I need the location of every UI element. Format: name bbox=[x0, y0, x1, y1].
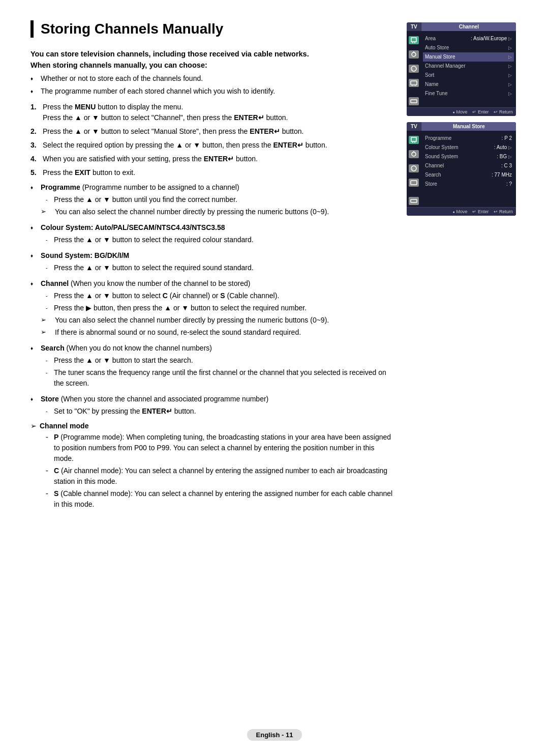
footer-enter-2: ↵ Enter bbox=[472, 209, 489, 214]
tv-icon-s2-5 bbox=[409, 197, 419, 205]
step-4: 4. When you are satisfied with your sett… bbox=[30, 154, 394, 164]
tv-title-1: Channel bbox=[422, 22, 516, 31]
svg-rect-10 bbox=[411, 100, 417, 103]
section-channel: Channel (When you know the number of the… bbox=[30, 278, 394, 338]
svg-rect-19 bbox=[411, 199, 417, 202]
section-search: Search (When you do not know the channel… bbox=[30, 343, 394, 389]
svg-point-3 bbox=[412, 52, 416, 56]
bullet-item: The programme number of each stored chan… bbox=[30, 86, 394, 97]
svg-rect-7 bbox=[411, 81, 417, 85]
intro-line1: You can store television channels, inclu… bbox=[30, 49, 394, 59]
tv-icon-2 bbox=[409, 50, 419, 59]
tv-title-2: Manual Store bbox=[422, 122, 516, 131]
step-3: 3. Select the required option by pressin… bbox=[30, 140, 394, 151]
svg-rect-11 bbox=[411, 137, 416, 141]
channel-mode-header: Channel mode bbox=[30, 422, 394, 430]
intro-bullets: Whether or not to store each of the chan… bbox=[30, 73, 394, 97]
channel-mode-list: P (Programme mode): When completing tuni… bbox=[36, 432, 394, 510]
channel-mode-section: Channel mode P (Programme mode): When co… bbox=[30, 422, 394, 510]
tv-icon-3: ♪ bbox=[409, 65, 419, 73]
footer-move-1: ⬥ Move bbox=[452, 109, 468, 114]
tv-icon-s2-2 bbox=[409, 150, 419, 158]
tv-label-1: TV bbox=[407, 22, 422, 31]
tv-icon-4 bbox=[409, 79, 419, 87]
svg-rect-0 bbox=[411, 38, 416, 42]
intro-line2: When storing channels manually, you can … bbox=[30, 61, 394, 69]
tv-icon-1 bbox=[409, 36, 419, 44]
tv-screen-channel: TV Channel ♪ bbox=[407, 22, 516, 116]
tv-label-2: TV bbox=[407, 122, 422, 131]
right-screens: TV Channel ♪ bbox=[407, 20, 518, 511]
step-5: 5. Press the EXIT button to exit. bbox=[30, 167, 394, 178]
footer-move-2: ⬥ Move bbox=[452, 209, 468, 214]
page-footer: English - 11 bbox=[0, 729, 549, 741]
bullet-item: Whether or not to store each of the chan… bbox=[30, 73, 394, 84]
svg-text:♪: ♪ bbox=[412, 167, 414, 170]
step-2: 2. Press the ▲ or ▼ button to select "Ma… bbox=[30, 126, 394, 137]
svg-point-14 bbox=[412, 152, 416, 156]
svg-text:♪: ♪ bbox=[412, 67, 414, 71]
section-colour: Colour System: Auto/PAL/SECAM/NTSC4.43/N… bbox=[30, 222, 394, 245]
tv-screen-manual-store: TV Manual Store ♪ bbox=[407, 122, 516, 216]
section-store: Store (When you store the channel and as… bbox=[30, 394, 394, 417]
step-1: 1. Press the MENU button to display the … bbox=[30, 102, 394, 123]
tv-icon-s2-1 bbox=[409, 136, 419, 144]
svg-rect-18 bbox=[411, 181, 417, 185]
page-title: Storing Channels Manually bbox=[30, 20, 394, 38]
steps-list: 1. Press the MENU button to display the … bbox=[30, 102, 394, 178]
tv-icon-5 bbox=[409, 97, 419, 105]
tv-icon-s2-4 bbox=[409, 179, 419, 187]
footer-return-2: ↩ Return bbox=[494, 209, 513, 214]
section-programme: Programme (Programme number to be assign… bbox=[30, 182, 394, 217]
footer-return-1: ↩ Return bbox=[494, 109, 513, 114]
section-sound: Sound System: BG/DK/I/M Press the ▲ or ▼… bbox=[30, 250, 394, 273]
footer-enter-1: ↵ Enter bbox=[472, 109, 489, 114]
tv-icon-s2-3: ♪ bbox=[409, 164, 419, 172]
page-number: English - 11 bbox=[247, 729, 302, 741]
